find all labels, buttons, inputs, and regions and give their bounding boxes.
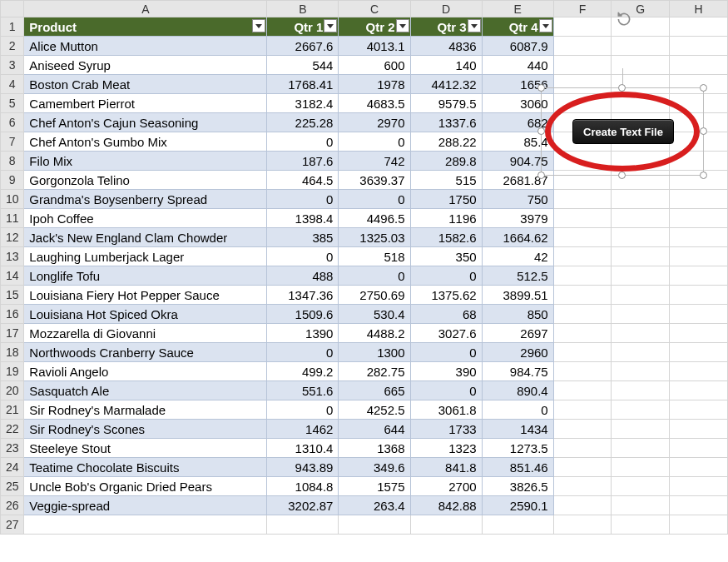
cell[interactable] (410, 515, 482, 535)
product-cell[interactable]: Sasquatch Ale (24, 381, 267, 400)
value-cell[interactable]: 1398.4 (267, 209, 339, 228)
value-cell[interactable]: 2667.6 (267, 37, 339, 56)
resize-handle[interactable] (700, 84, 707, 92)
value-cell[interactable]: 0 (410, 381, 482, 400)
resize-handle[interactable] (537, 84, 545, 92)
product-cell[interactable]: Aniseed Syrup (24, 56, 267, 75)
row-header[interactable]: 23 (1, 439, 24, 458)
product-cell[interactable]: Mozzarella di Giovanni (24, 324, 267, 343)
value-cell[interactable]: 4488.2 (339, 324, 410, 343)
product-cell[interactable]: Camembert Pierrot (24, 94, 267, 113)
resize-handle[interactable] (700, 172, 707, 179)
value-cell[interactable]: 0 (339, 190, 410, 209)
filter-dropdown-icon[interactable] (324, 19, 337, 32)
cell[interactable] (482, 515, 553, 535)
product-cell[interactable]: Longlife Tofu (24, 266, 267, 286)
value-cell[interactable]: 742 (339, 152, 410, 171)
value-cell[interactable]: 1337.6 (410, 113, 482, 132)
column-header[interactable]: C (339, 1, 410, 17)
value-cell[interactable]: 544 (267, 56, 339, 75)
filter-dropdown-icon[interactable] (396, 19, 409, 32)
row-header[interactable]: 12 (1, 228, 24, 247)
value-cell[interactable]: 515 (410, 171, 482, 190)
row-header[interactable]: 9 (1, 171, 24, 190)
row-header[interactable]: 19 (1, 362, 24, 381)
cell[interactable] (267, 515, 339, 535)
product-cell[interactable]: Laughing Lumberjack Lager (24, 247, 267, 266)
value-cell[interactable]: 3061.8 (410, 400, 482, 420)
product-cell[interactable]: Steeleye Stout (24, 439, 267, 458)
value-cell[interactable]: 1575 (339, 477, 410, 496)
cell[interactable] (339, 515, 410, 535)
value-cell[interactable]: 1300 (339, 343, 410, 362)
cell[interactable] (670, 247, 728, 266)
cell[interactable] (553, 37, 612, 56)
cell[interactable] (670, 324, 728, 343)
rotate-handle-icon[interactable] (616, 11, 632, 27)
cell[interactable] (670, 400, 728, 420)
value-cell[interactable]: 1323 (410, 439, 482, 458)
cell[interactable] (553, 496, 612, 515)
cell[interactable] (670, 496, 728, 515)
cell[interactable] (612, 37, 670, 56)
value-cell[interactable]: 390 (410, 362, 482, 381)
value-cell[interactable]: 263.4 (339, 496, 410, 515)
value-cell[interactable]: 0 (410, 266, 482, 286)
value-cell[interactable]: 1368 (339, 439, 410, 458)
cell[interactable] (24, 515, 267, 535)
cell[interactable] (670, 477, 728, 496)
cell[interactable] (612, 305, 670, 324)
value-cell[interactable]: 530.4 (339, 305, 410, 324)
row-header[interactable]: 4 (1, 75, 24, 94)
row-header[interactable]: 11 (1, 209, 24, 228)
cell[interactable] (670, 209, 728, 228)
value-cell[interactable]: 943.89 (267, 458, 339, 477)
row-header[interactable]: 10 (1, 190, 24, 209)
row-header[interactable]: 18 (1, 343, 24, 362)
cell[interactable] (553, 228, 612, 247)
value-cell[interactable]: 1196 (410, 209, 482, 228)
product-cell[interactable]: Northwoods Cranberry Sauce (24, 343, 267, 362)
value-cell[interactable]: 350 (410, 247, 482, 266)
product-cell[interactable]: Filo Mix (24, 152, 267, 171)
resize-handle[interactable] (618, 84, 626, 92)
row-header[interactable]: 14 (1, 266, 24, 286)
row-header[interactable]: 25 (1, 477, 24, 496)
value-cell[interactable]: 499.2 (267, 362, 339, 381)
column-header[interactable]: E (482, 1, 553, 17)
cell[interactable] (553, 209, 612, 228)
value-cell[interactable]: 3899.51 (482, 286, 553, 305)
value-cell[interactable]: 2697 (482, 324, 553, 343)
cell[interactable] (553, 458, 612, 477)
value-cell[interactable]: 349.6 (339, 458, 410, 477)
cell[interactable] (553, 362, 612, 381)
row-header[interactable]: 21 (1, 400, 24, 420)
value-cell[interactable]: 4412.32 (410, 75, 482, 94)
cell[interactable] (612, 286, 670, 305)
cell[interactable] (612, 56, 670, 75)
value-cell[interactable]: 2960 (482, 343, 553, 362)
product-cell[interactable]: Louisiana Hot Spiced Okra (24, 305, 267, 324)
value-cell[interactable]: 4496.5 (339, 209, 410, 228)
value-cell[interactable]: 842.88 (410, 496, 482, 515)
cell[interactable] (612, 343, 670, 362)
filter-dropdown-icon[interactable] (252, 19, 265, 32)
value-cell[interactable]: 0 (339, 132, 410, 152)
product-cell[interactable]: Ravioli Angelo (24, 362, 267, 381)
cell[interactable] (553, 515, 612, 535)
value-cell[interactable]: 288.22 (410, 132, 482, 152)
value-cell[interactable]: 1084.8 (267, 477, 339, 496)
select-all-corner[interactable] (1, 1, 24, 17)
value-cell[interactable]: 488 (267, 266, 339, 286)
column-header[interactable]: B (267, 1, 339, 17)
cell[interactable] (670, 286, 728, 305)
table-header-cell[interactable]: Qtr 2 (339, 17, 410, 37)
value-cell[interactable]: 1434 (482, 420, 553, 439)
column-header[interactable]: H (670, 1, 728, 17)
product-cell[interactable]: Boston Crab Meat (24, 75, 267, 94)
product-cell[interactable]: Alice Mutton (24, 37, 267, 56)
row-header[interactable]: 15 (1, 286, 24, 305)
cell[interactable] (553, 17, 612, 37)
row-header[interactable]: 26 (1, 496, 24, 515)
value-cell[interactable]: 1664.62 (482, 228, 553, 247)
